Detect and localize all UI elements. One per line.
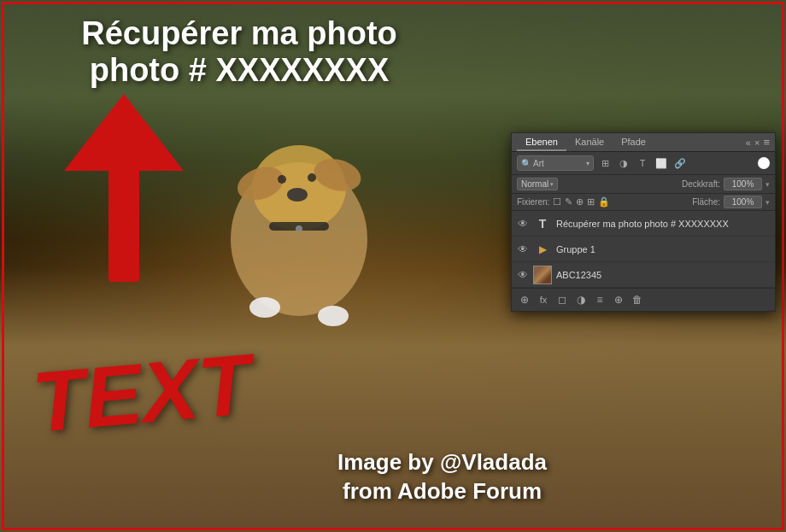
link-layers-icon[interactable]: ⊕ — [517, 292, 532, 307]
blend-opacity-row: Normal ▾ Deckkraft: 100% ▾ — [512, 175, 775, 194]
new-layer-icon[interactable]: ⊕ — [611, 292, 626, 307]
layer-mask-icon[interactable]: ◻ — [554, 292, 570, 307]
canvas-area: Récupérer ma photo photo # XXXXXXXX TEXT… — [0, 0, 786, 532]
layer-thumb-text: T — [533, 214, 552, 233]
ps-panel-header: Ebenen Kanäle Pfade « × ≡ — [512, 133, 775, 152]
title-line2: photo # XXXXXXXX — [0, 52, 478, 89]
svg-point-6 — [287, 188, 308, 202]
layer-row-group[interactable]: 👁 ▶ Gruppe 1 — [512, 237, 775, 262]
layer-styles-icon[interactable]: fx — [536, 292, 551, 307]
white-circle-indicator — [758, 157, 770, 169]
dog-area — [171, 102, 427, 342]
layer-thumb-image — [533, 266, 552, 284]
search-icon: 🔍 — [521, 159, 531, 168]
title-text-area: Récupérer ma photo photo # XXXXXXXX — [0, 15, 478, 89]
group-layers-icon[interactable]: ≡ — [592, 292, 607, 307]
layer-thumb-group: ▶ — [533, 240, 552, 259]
layer-visibility-text[interactable]: 👁 — [517, 218, 529, 230]
tab-pfade[interactable]: Pfade — [613, 134, 654, 151]
layer-visibility-group[interactable]: 👁 — [517, 243, 529, 255]
search-label: Art — [533, 159, 544, 168]
lock-transparent-icon[interactable]: ☐ — [553, 196, 561, 208]
layer-row-image[interactable]: 👁 ABC12345 — [512, 262, 775, 288]
filter-image-icon[interactable]: ⊞ — [597, 155, 613, 171]
svg-point-10 — [296, 225, 302, 232]
ps-header-icons: « × ≡ — [746, 136, 770, 149]
tab-kanale[interactable]: Kanäle — [566, 134, 613, 151]
layer-name-text: Récupérer ma photo photo # XXXXXXXX — [556, 219, 770, 229]
ps-footer: ⊕ fx ◻ ◑ ≡ ⊕ 🗑 — [512, 288, 775, 311]
delete-layer-icon[interactable]: 🗑 — [630, 292, 645, 307]
blend-mode-dropdown[interactable]: Normal ▾ — [517, 178, 558, 190]
title-line1: Récupérer ma photo — [0, 15, 478, 52]
blend-dropdown-arrow: ▾ — [550, 181, 554, 188]
credit-line2: from Adobe Forum — [337, 477, 547, 506]
ps-search-box[interactable]: 🔍 Art ▾ — [517, 155, 594, 171]
search-dropdown-arrow[interactable]: ▾ — [586, 160, 590, 167]
svg-point-5 — [308, 173, 316, 182]
filter-smart-icon[interactable]: 🔗 — [672, 155, 688, 171]
svg-point-7 — [249, 297, 280, 318]
red-arrow — [47, 85, 201, 311]
svg-rect-11 — [109, 162, 139, 282]
lock-artboard-icon[interactable]: ⊞ — [587, 196, 595, 208]
folder-layer-icon: ▶ — [539, 243, 547, 255]
layer-visibility-image[interactable]: 👁 — [517, 269, 529, 281]
svg-point-4 — [278, 175, 286, 184]
opacity-value[interactable]: 100% — [724, 178, 762, 190]
opacity-stepper-icon[interactable]: ▾ — [765, 180, 770, 189]
arrow-svg — [47, 85, 201, 307]
tab-ebenen[interactable]: Ebenen — [517, 134, 566, 151]
menu-icon[interactable]: ≡ — [763, 136, 770, 149]
filter-adjust-icon[interactable]: ◑ — [616, 155, 631, 171]
ps-filter-toolbar: 🔍 Art ▾ ⊞ ◑ T ⬜ 🔗 — [512, 152, 775, 175]
credit-line1: Image by @Vladada — [337, 448, 547, 477]
layer-name-image: ABC12345 — [556, 270, 770, 280]
flache-stepper-icon[interactable]: ▾ — [765, 198, 770, 207]
dog-svg — [171, 102, 427, 342]
flache-value[interactable]: 100% — [724, 196, 762, 208]
flache-label: Fläche: — [692, 197, 720, 207]
layer-name-group: Gruppe 1 — [556, 244, 770, 254]
filter-shape-icon[interactable]: ⬜ — [654, 155, 669, 171]
lock-row: Fixieren: ☐ ✎ ⊕ ⊞ 🔒 Fläche: 100% ▾ — [512, 194, 775, 211]
close-icon[interactable]: × — [754, 137, 760, 148]
text-layer-icon: T — [539, 217, 547, 231]
lock-pixels-icon[interactable]: ✎ — [565, 196, 572, 208]
adjustment-icon[interactable]: ◑ — [573, 292, 589, 307]
svg-marker-12 — [64, 94, 184, 171]
bottom-credit-text: Image by @Vladada from Adobe Forum — [337, 448, 547, 506]
ps-tabs: Ebenen Kanäle Pfade — [517, 134, 654, 151]
lock-position-icon[interactable]: ⊕ — [576, 196, 584, 208]
red-text-word: TEXT — [28, 335, 255, 452]
ps-panel: Ebenen Kanäle Pfade « × ≡ 🔍 Art ▾ ⊞ ◑ T … — [511, 132, 776, 312]
svg-point-8 — [318, 306, 349, 326]
lock-label: Fixieren: — [517, 197, 549, 207]
opacity-label: Deckkraft: — [682, 179, 720, 189]
filter-text-icon[interactable]: T — [635, 155, 650, 171]
layer-row-text[interactable]: 👁 T Récupérer ma photo photo # XXXXXXXX — [512, 211, 775, 237]
collapse-icon[interactable]: « — [746, 137, 751, 148]
blend-mode-label: Normal — [521, 179, 548, 189]
lock-all-icon[interactable]: 🔒 — [598, 196, 610, 208]
